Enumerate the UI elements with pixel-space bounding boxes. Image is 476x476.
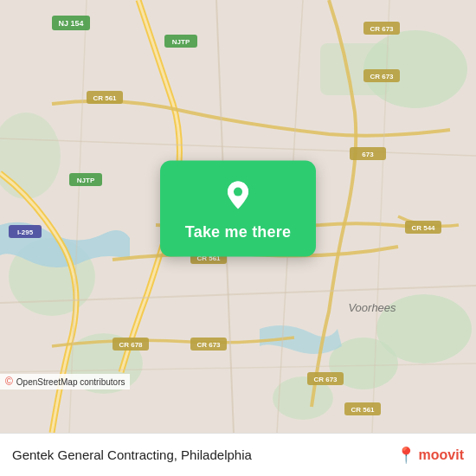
svg-text:673: 673 [362, 151, 374, 158]
action-card[interactable]: Take me there [160, 161, 316, 257]
moovit-pin-icon: 📍 [396, 446, 415, 465]
svg-text:Voorhees: Voorhees [348, 301, 396, 314]
svg-text:CR 544: CR 544 [411, 224, 435, 232]
svg-point-48 [234, 188, 242, 196]
svg-text:CR 678: CR 678 [119, 341, 143, 349]
attribution-text: OpenStreetMap contributors [16, 377, 125, 387]
svg-text:NJ 154: NJ 154 [58, 19, 83, 28]
svg-text:NJTP: NJTP [172, 38, 190, 46]
svg-text:CR 561: CR 561 [93, 94, 117, 102]
svg-text:CR 673: CR 673 [313, 376, 338, 383]
attribution-bar: © OpenStreetMap contributors [0, 374, 130, 389]
svg-text:CR 673: CR 673 [370, 73, 394, 80]
svg-text:CR 673: CR 673 [196, 341, 221, 349]
take-me-there-button-label: Take me there [185, 223, 291, 241]
svg-text:NJTP: NJTP [77, 177, 95, 184]
svg-text:CR 673: CR 673 [370, 25, 394, 33]
svg-text:CR 561: CR 561 [351, 406, 375, 414]
svg-text:I-295: I-295 [17, 228, 34, 236]
copyright-icon: © [5, 376, 13, 388]
map-container: NJ 154 NJTP NJTP I-295 CR 561 CR 673 CR … [0, 0, 476, 433]
moovit-brand-text: moovit [419, 447, 464, 463]
place-name: Gentek General Contracting, Philadelphia [12, 447, 252, 462]
moovit-logo: 📍 moovit [396, 446, 464, 465]
location-pin-icon [219, 177, 257, 215]
bottom-bar: Gentek General Contracting, Philadelphia… [0, 433, 476, 476]
